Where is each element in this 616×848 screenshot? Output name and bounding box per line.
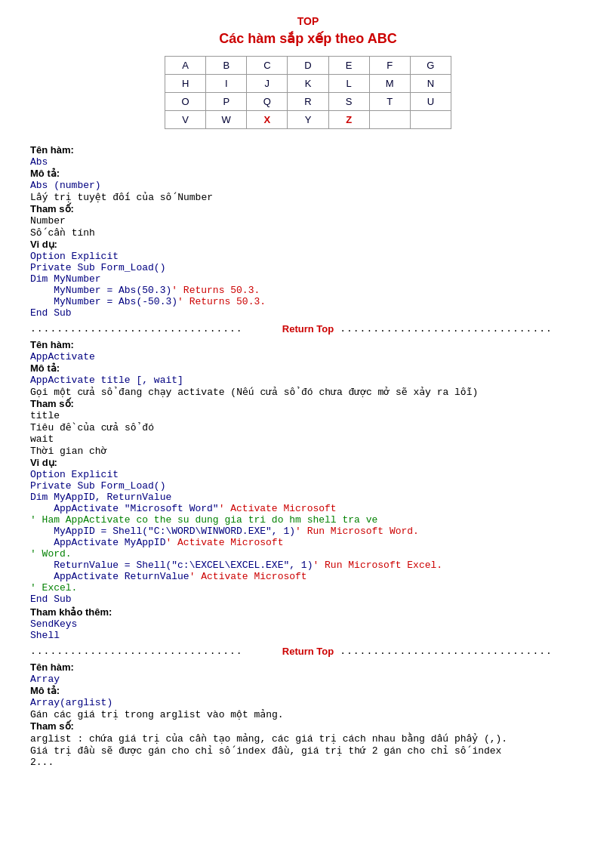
abs-param-number: Number <box>30 215 66 227</box>
appactivate-signature: AppActivate title [, wait] <box>30 375 183 386</box>
alpha-cell-O[interactable]: O <box>165 93 206 111</box>
alpha-cell-Y[interactable]: Y <box>288 111 328 129</box>
dots-left-1: ................................ <box>30 323 276 335</box>
alpha-cell-L[interactable]: L <box>328 75 369 93</box>
alpha-cell-M[interactable]: M <box>369 75 410 93</box>
tham-so-label-3: Tham số: <box>30 720 74 732</box>
mo-ta-label-3: Mô tả: <box>30 685 60 696</box>
section-appactivate: Tên hàm: AppActivate Mô tả: AppActivate … <box>30 339 586 641</box>
app-code-6a: MyAppID = Shell("C:\WORD\WINWORD.EXE", 1… <box>30 526 295 537</box>
alpha-cell-P[interactable]: P <box>206 93 247 111</box>
ten-ham-label-1: Tên hàm: <box>30 144 74 156</box>
alpha-cell-U[interactable]: U <box>410 93 451 111</box>
alpha-cell-K[interactable]: K <box>288 75 328 93</box>
alpha-cell-A[interactable]: A <box>165 57 206 75</box>
appactivate-param2: wait <box>30 433 54 445</box>
return-top-2: ................................ Return … <box>30 646 586 657</box>
alpha-cell-W[interactable]: W <box>206 111 247 129</box>
top-link[interactable]: TOP <box>30 15 586 27</box>
alpha-cell-D[interactable]: D <box>288 57 328 75</box>
alpha-cell-R[interactable]: R <box>288 93 328 111</box>
array-signature: Array(arglist) <box>30 697 112 708</box>
alpha-cell-H[interactable]: H <box>165 75 206 93</box>
alpha-cell-E[interactable]: E <box>328 57 369 75</box>
app-code-4a: AppActivate "Microsoft Word" <box>30 503 219 514</box>
vi-du-label-2: Vi dụ: <box>30 457 57 468</box>
app-code-7b: ' Activate Microsoft <box>165 537 283 548</box>
abs-code-4b: ' Returns 50.3. <box>171 285 260 296</box>
app-code-1: Option Explicit <box>30 469 119 480</box>
alpha-cell-C[interactable]: C <box>247 57 288 75</box>
app-code-11: ' Excel. <box>30 582 77 594</box>
app-code-4b: ' Activate Microsoft <box>219 503 337 514</box>
app-code-5: ' Ham AppActivate co the su dung gia tri… <box>30 514 377 526</box>
sendkeys-link[interactable]: SendKeys <box>30 618 77 630</box>
shell-link[interactable]: Shell <box>30 630 60 641</box>
alpha-cell-T[interactable]: T <box>369 93 410 111</box>
app-code-9a: ReturnValue = Shell("c:\EXCEL\EXCEL.EXE"… <box>30 560 313 571</box>
alpha-cell-I[interactable]: I <box>206 75 247 93</box>
alpha-cell-Z[interactable]: Z <box>328 111 369 129</box>
alpha-cell-empty1 <box>369 111 410 129</box>
app-code-2: Private Sub Form_Load() <box>30 480 165 492</box>
abs-description: Lấy trị tuyệt đối của số Number <box>30 192 213 203</box>
alpha-cell-S[interactable]: S <box>328 93 369 111</box>
app-code-9b: ' Run Microsoft Excel. <box>313 560 442 571</box>
app-code-10a: AppActivate ReturnValue <box>30 571 189 582</box>
dots-left-2: ................................ <box>30 646 276 657</box>
array-param-desc: arglist : chứa giá trị của cần tạo mảng,… <box>30 733 507 768</box>
alpha-cell-N[interactable]: N <box>410 75 451 93</box>
vi-du-label-1: Vi dụ: <box>30 239 57 250</box>
appactivate-param2-desc: Thời gian chờ <box>30 446 106 457</box>
mo-ta-label-2: Mô tả: <box>30 362 60 374</box>
abs-param-desc: Số cần tính <box>30 227 95 239</box>
array-description: Gán các giá trị trong arglist vào một mả… <box>30 709 284 720</box>
abs-code-5b: ' Returns 50.3. <box>177 296 266 307</box>
return-top-1: ................................ Return … <box>30 323 586 335</box>
alpha-cell-Q[interactable]: Q <box>247 93 288 111</box>
alpha-cell-empty2 <box>410 111 451 129</box>
ten-ham-label-3: Tên hàm: <box>30 661 74 673</box>
section-array: Tên hàm: Array Mô tả: Array(arglist) Gán… <box>30 661 586 768</box>
abs-code-1: Option Explicit <box>30 251 119 262</box>
tham-so-label-1: Tham số: <box>30 203 74 214</box>
dots-right-2: ................................ <box>340 646 586 657</box>
ten-ham-appactivate: AppActivate <box>30 351 95 362</box>
dots-right-1: ................................ <box>340 323 586 335</box>
appactivate-param1: title <box>30 410 60 421</box>
alpha-cell-X[interactable]: X <box>247 111 288 129</box>
abs-code-4a: MyNumber = Abs(50.3) <box>30 285 171 296</box>
tham-so-label-2: Tham số: <box>30 398 74 409</box>
abs-code-6: End Sub <box>30 307 72 319</box>
alpha-cell-F[interactable]: F <box>369 57 410 75</box>
return-top-link-2[interactable]: Return Top <box>282 646 334 657</box>
app-code-7a: AppActivate MyAppID <box>30 537 165 548</box>
tham-khao-label: Tham khảo thêm: <box>30 606 112 618</box>
app-code-6b: ' Run Microsoft Word. <box>295 526 419 537</box>
return-top-link-1[interactable]: Return Top <box>282 323 334 335</box>
alpha-cell-B[interactable]: B <box>206 57 247 75</box>
ten-ham-abs: Abs <box>30 156 48 168</box>
abs-code-2: Private Sub Form_Load() <box>30 262 165 273</box>
ten-ham-label-2: Tên hàm: <box>30 339 74 350</box>
section-abs: Tên hàm: Abs Mô tả: Abs (number) Lấy trị… <box>30 144 586 319</box>
alpha-cell-J[interactable]: J <box>247 75 288 93</box>
appactivate-param1-desc: Tiêu đề của cửa sổ đó <box>30 422 154 433</box>
abs-code-5a: MyNumber = Abs(-50.3) <box>30 296 177 307</box>
page-title: Các hàm sắp xếp theo ABC <box>30 30 586 47</box>
app-code-10b: ' Activate Microsoft <box>189 571 307 582</box>
app-code-12: End Sub <box>30 594 72 605</box>
app-code-8: ' Word. <box>30 548 72 560</box>
alpha-navigation-table: A B C D E F G H I J K L M N O P Q R S T … <box>165 56 451 129</box>
abs-signature: Abs (number) <box>30 180 101 191</box>
mo-ta-label-1: Mô tả: <box>30 168 60 179</box>
abs-code-3: Dim MyNumber <box>30 273 101 285</box>
app-code-3: Dim MyAppID, ReturnValue <box>30 492 171 503</box>
ten-ham-array: Array <box>30 674 60 685</box>
alpha-cell-G[interactable]: G <box>410 57 451 75</box>
alpha-cell-V[interactable]: V <box>165 111 206 129</box>
appactivate-description: Gọi một cửa sổ đang chạy activate (Nếu c… <box>30 387 478 398</box>
